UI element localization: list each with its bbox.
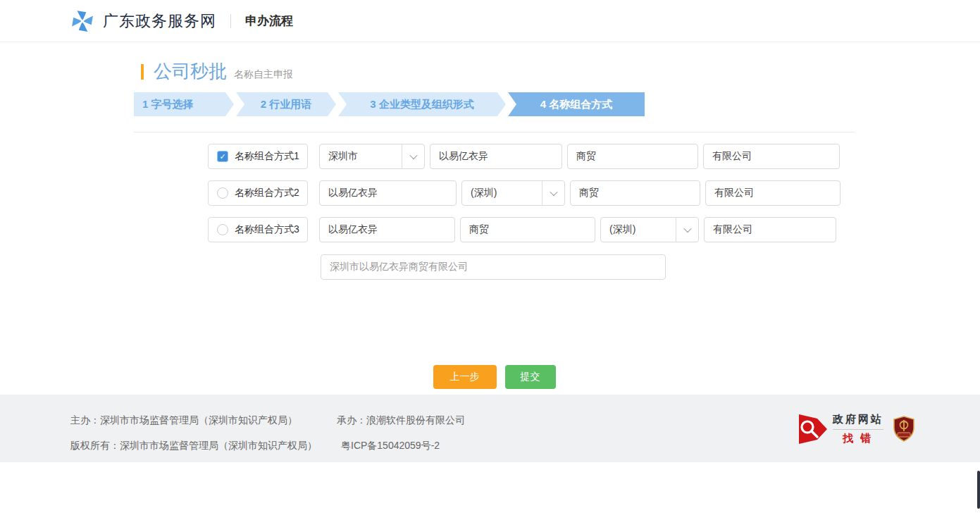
trade-name-input-row3[interactable] [319, 217, 455, 242]
radio-unchecked-icon[interactable] [217, 187, 228, 199]
step-tab-2[interactable]: 2 行业用语 [236, 92, 336, 116]
full-name-preview-row [134, 254, 855, 280]
page-title: 公司秒批 [154, 59, 227, 84]
undertake-label: 承办： [337, 414, 366, 426]
error-finder-text: 政府网站 找错 [833, 413, 883, 445]
select-value: (深圳) [462, 187, 542, 199]
action-buttons: 上一步 提交 [134, 365, 855, 389]
step-wizard: 1 字号选择 2 行业用语 3 企业类型及组织形式 4 名称组合方式 [134, 92, 855, 116]
icp-number: 粤ICP备15042059号-2 [341, 440, 440, 451]
error-finder-line1: 政府网站 [833, 413, 883, 430]
error-finder-line2: 找错 [833, 430, 883, 445]
red-shield-badge-icon[interactable] [893, 416, 915, 443]
industry-input-row2[interactable] [570, 180, 700, 206]
vertical-scrollbar-thumb[interactable] [977, 471, 980, 509]
footer-badges: 政府网站 找错 [798, 413, 915, 445]
previous-step-button[interactable]: 上一步 [433, 365, 497, 389]
trade-name-input-row2[interactable] [319, 180, 457, 206]
undertake-value: 浪潮软件股份有限公司 [366, 414, 465, 426]
option-name-combo-3[interactable]: 名称组合方式3 [208, 217, 308, 242]
option-label: 名称组合方式1 [235, 150, 299, 163]
copyright-value: 深圳市市场监督管理局（深圳市知识产权局） [120, 440, 317, 451]
host-label: 主办： [70, 414, 100, 426]
district-select-row1[interactable]: 深圳市 [319, 144, 425, 169]
magnifier-flag-icon [798, 413, 829, 445]
gov-site-error-finder-link[interactable]: 政府网站 找错 [798, 413, 883, 445]
option-name-combo-2[interactable]: 名称组合方式2 [208, 180, 308, 206]
step-tab-3[interactable]: 3 企业类型及组织形式 [338, 92, 506, 116]
submit-button[interactable]: 提交 [505, 365, 556, 389]
name-combination-row-2: 名称组合方式2 (深圳) [134, 180, 855, 206]
footer: 主办：深圳市市场监督管理局（深圳市知识产权局）承办：浪潮软件股份有限公司 版权所… [0, 395, 980, 462]
chevron-down-icon [402, 144, 424, 168]
step-tab-1[interactable]: 1 字号选择 [134, 92, 234, 116]
copyright-label: 版权所有： [70, 440, 120, 451]
org-form-input-row3[interactable] [704, 217, 836, 242]
district-select-row3[interactable]: (深圳) [600, 217, 699, 242]
org-form-input-row1[interactable] [703, 144, 840, 169]
content-divider [134, 132, 855, 132]
chevron-down-icon [676, 218, 698, 242]
radio-unchecked-icon[interactable] [217, 224, 228, 235]
main-content: 公司秒批 名称自主申报 1 字号选择 2 行业用语 3 企业类型及组织形式 4 … [134, 59, 855, 389]
header-divider [230, 14, 231, 28]
page-title-row: 公司秒批 名称自主申报 [134, 59, 855, 84]
brand-pinwheel-icon [70, 9, 94, 33]
org-form-input-row2[interactable] [705, 180, 841, 206]
option-label: 名称组合方式3 [235, 223, 299, 236]
header-nav-item[interactable]: 申办流程 [245, 13, 293, 29]
site-title: 广东政务服务网 [103, 11, 216, 32]
industry-input-row1[interactable] [567, 144, 698, 169]
page-subtitle: 名称自主申报 [234, 68, 293, 81]
option-name-combo-1[interactable]: ✓ 名称组合方式1 [208, 144, 308, 169]
header: 广东政务服务网 申办流程 [0, 0, 980, 42]
select-value: 深圳市 [320, 150, 402, 163]
name-combination-row-3: 名称组合方式3 (深圳) [134, 217, 855, 242]
full-name-preview-input[interactable] [321, 254, 666, 280]
name-combination-row-1: ✓ 名称组合方式1 深圳市 [134, 144, 855, 169]
title-accent-bar [141, 64, 144, 80]
option-label: 名称组合方式2 [235, 187, 299, 199]
host-value: 深圳市市场监督管理局（深圳市知识产权局） [100, 414, 297, 426]
district-select-row2[interactable]: (深圳) [461, 180, 565, 206]
trade-name-input-row1[interactable] [430, 144, 562, 169]
industry-input-row3[interactable] [460, 217, 595, 242]
chevron-down-icon [542, 181, 564, 205]
checkbox-checked-icon[interactable]: ✓ [217, 151, 228, 162]
step-tab-4-active[interactable]: 4 名称组合方式 [508, 92, 645, 116]
select-value: (深圳) [601, 223, 676, 236]
